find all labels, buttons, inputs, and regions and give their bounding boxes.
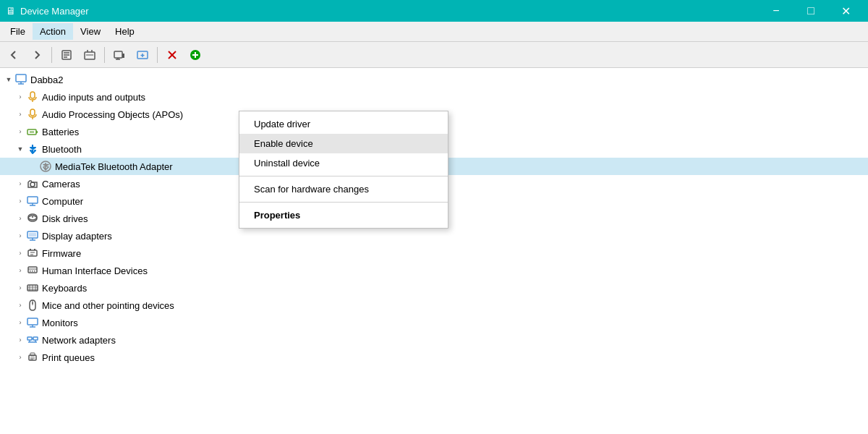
close-button[interactable]: ✕ — [829, 0, 862, 22]
monitors-icon — [26, 316, 39, 329]
cameras-icon — [26, 177, 39, 190]
mice-icon — [26, 299, 39, 312]
audio-processing-label: Audio Processing Objects (APOs) — [42, 109, 183, 120]
svg-point-31 — [30, 182, 35, 187]
remove-button[interactable] — [161, 45, 183, 65]
tree-item-monitors[interactable]: › Monitors — [0, 314, 868, 331]
tree-item-keyboards[interactable]: › Keyboards — [0, 279, 868, 297]
minimize-button[interactable]: − — [760, 0, 793, 22]
expand-root[interactable]: ▼ — [3, 74, 14, 85]
expand-bluetooth[interactable]: ▼ — [14, 143, 26, 155]
svg-rect-47 — [28, 267, 37, 273]
menu-help[interactable]: Help — [108, 23, 142, 40]
toolbar-separator-2 — [104, 47, 105, 63]
svg-rect-51 — [34, 271, 35, 272]
bluetooth-label: Bluetooth — [42, 144, 82, 155]
keyboards-label: Keyboards — [42, 283, 87, 294]
expand-keyboards[interactable]: › — [14, 282, 26, 294]
title-bar: 🖥 Device Manager − □ ✕ — [0, 0, 868, 22]
network-adapters-label: Network adapters — [42, 335, 116, 346]
computer-label: Computer — [42, 196, 83, 207]
tree-item-display-adapters[interactable]: › Display adapters — [0, 227, 868, 244]
menu-bar: File Action View Help — [0, 22, 868, 42]
ctx-uninstall-device[interactable]: Uninstall device — [239, 153, 448, 173]
tree-item-network-adapters[interactable]: › Network adapters — [0, 331, 868, 349]
ctx-properties[interactable]: Properties — [239, 205, 448, 225]
firmware-label: Firmware — [42, 248, 81, 259]
hid-icon — [26, 264, 39, 277]
ctx-separator-2 — [239, 202, 448, 203]
expand-print-queues[interactable]: › — [14, 352, 26, 363]
svg-rect-63 — [27, 337, 32, 340]
ctx-separator-1 — [239, 176, 448, 176]
cameras-label: Cameras — [42, 179, 80, 190]
keyboards-icon — [26, 281, 39, 294]
back-button[interactable] — [3, 45, 25, 65]
svg-rect-8 — [114, 51, 122, 58]
firmware-icon — [26, 247, 39, 260]
expand-mice[interactable]: › — [14, 299, 26, 311]
expand-disk-drives[interactable]: › — [14, 213, 26, 224]
menu-action[interactable]: Action — [33, 23, 73, 40]
svg-rect-42 — [28, 250, 37, 256]
svg-rect-64 — [33, 337, 38, 340]
expand-display-adapters[interactable]: › — [14, 230, 26, 242]
add-hardware-button[interactable] — [132, 45, 153, 65]
bluetooth-icon — [26, 142, 39, 156]
expand-hid[interactable]: › — [14, 265, 26, 276]
svg-rect-41 — [29, 233, 36, 237]
computer-item-icon — [26, 195, 39, 208]
print-queues-icon — [26, 351, 39, 364]
properties-button[interactable] — [56, 45, 77, 65]
menu-file[interactable]: File — [3, 23, 33, 40]
tree-item-print-queues[interactable]: › Print queues — [0, 349, 868, 366]
context-menu: Update driver Enable device Uninstall de… — [239, 111, 448, 229]
tree-item-hid[interactable]: › Human Interface Devices — [0, 262, 868, 279]
ctx-update-driver[interactable]: Update driver — [239, 114, 448, 134]
maximize-button[interactable]: □ — [794, 0, 827, 22]
tree-item-firmware[interactable]: › Firmware — [0, 244, 868, 262]
ctx-scan-hardware[interactable]: Scan for hardware changes — [239, 179, 448, 199]
svg-point-37 — [32, 216, 33, 218]
add-button[interactable] — [184, 45, 206, 65]
svg-rect-60 — [27, 318, 38, 325]
expand-computer[interactable]: › — [14, 195, 26, 207]
audio-inputs-icon — [26, 90, 39, 103]
monitors-label: Monitors — [42, 318, 78, 328]
window-controls: − □ ✕ — [760, 0, 862, 22]
expand-audio-processing[interactable]: › — [14, 109, 26, 120]
tree-root[interactable]: ▼ Dabba2 — [0, 71, 868, 88]
svg-rect-49 — [30, 271, 31, 272]
audio-processing-icon — [26, 108, 39, 121]
toolbar-separator-3 — [157, 47, 158, 63]
svg-rect-50 — [32, 271, 33, 272]
svg-rect-11 — [122, 54, 124, 58]
display-adapters-label: Display adapters — [42, 231, 112, 242]
expand-monitors[interactable]: › — [14, 317, 26, 328]
expand-batteries[interactable]: › — [14, 126, 26, 137]
svg-rect-28 — [36, 131, 38, 133]
mediatek-icon — [39, 160, 52, 173]
network-adapters-icon — [26, 333, 39, 346]
expand-cameras[interactable]: › — [14, 178, 26, 190]
hid-label: Human Interface Devices — [42, 265, 148, 276]
scan-hardware-button[interactable] — [109, 45, 130, 65]
expand-network-adapters[interactable]: › — [14, 334, 26, 346]
audio-inputs-label: Audio inputs and outputs — [42, 92, 145, 103]
main-content: ▼ Dabba2 › Audio inputs and outputs — [0, 68, 868, 434]
mediatek-label: MediaTek Bluetooth Adapter — [55, 161, 173, 172]
svg-rect-4 — [85, 52, 95, 59]
batteries-icon — [26, 125, 39, 138]
mice-label: Mice and other pointing devices — [42, 300, 174, 311]
svg-rect-25 — [30, 109, 35, 116]
forward-button[interactable] — [26, 45, 48, 65]
disk-drives-icon — [26, 212, 39, 225]
tree-item-audio-inputs[interactable]: › Audio inputs and outputs — [0, 88, 868, 106]
update-driver-button[interactable] — [79, 45, 101, 65]
menu-view[interactable]: View — [73, 23, 108, 40]
tree-item-mice[interactable]: › Mice and other pointing devices — [0, 297, 868, 314]
expand-audio-inputs[interactable]: › — [14, 91, 26, 103]
ctx-enable-device[interactable]: Enable device — [239, 134, 448, 153]
expand-firmware[interactable]: › — [14, 247, 26, 259]
svg-rect-23 — [30, 92, 35, 98]
